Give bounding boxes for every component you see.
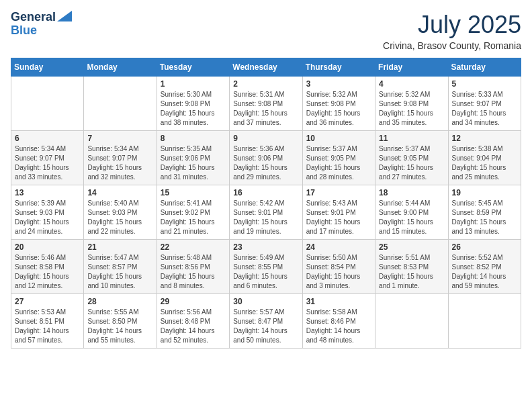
- day-number: 10: [306, 134, 371, 143]
- day-info: Sunrise: 5:55 AM Sunset: 8:50 PM Dayligh…: [87, 308, 152, 345]
- calendar-week-row: 13Sunrise: 5:39 AM Sunset: 9:03 PM Dayli…: [11, 185, 521, 240]
- day-number: 22: [161, 242, 226, 252]
- day-info: Sunrise: 5:37 AM Sunset: 9:05 PM Dayligh…: [379, 144, 444, 182]
- calendar-cell: 1Sunrise: 5:30 AM Sunset: 9:08 PM Daylig…: [157, 77, 229, 131]
- day-number: 15: [161, 188, 226, 197]
- calendar-cell: [375, 294, 448, 349]
- day-number: 4: [379, 79, 444, 89]
- calendar-cell: 7Sunrise: 5:34 AM Sunset: 9:07 PM Daylig…: [84, 131, 157, 185]
- calendar-cell: 10Sunrise: 5:37 AM Sunset: 9:05 PM Dayli…: [302, 131, 375, 185]
- day-info: Sunrise: 5:53 AM Sunset: 8:51 PM Dayligh…: [15, 308, 80, 345]
- calendar-cell: 9Sunrise: 5:36 AM Sunset: 9:06 PM Daylig…: [230, 131, 302, 185]
- day-number: 24: [306, 242, 371, 252]
- day-number: 21: [87, 242, 152, 252]
- day-info: Sunrise: 5:50 AM Sunset: 8:54 PM Dayligh…: [306, 253, 371, 291]
- day-number: 30: [233, 297, 298, 306]
- calendar-cell: 23Sunrise: 5:49 AM Sunset: 8:55 PM Dayli…: [230, 240, 302, 294]
- svg-marker-0: [57, 11, 72, 21]
- day-info: Sunrise: 5:40 AM Sunset: 9:03 PM Dayligh…: [87, 199, 152, 236]
- day-info: Sunrise: 5:45 AM Sunset: 8:59 PM Dayligh…: [452, 199, 517, 236]
- calendar-cell: 22Sunrise: 5:48 AM Sunset: 8:56 PM Dayli…: [157, 240, 229, 294]
- calendar-cell: 29Sunrise: 5:56 AM Sunset: 8:48 PM Dayli…: [157, 294, 229, 349]
- logo-general: General: [11, 11, 56, 24]
- day-info: Sunrise: 5:36 AM Sunset: 9:06 PM Dayligh…: [233, 144, 298, 182]
- calendar-cell: 30Sunrise: 5:57 AM Sunset: 8:47 PM Dayli…: [230, 294, 302, 349]
- day-number: 16: [233, 188, 298, 197]
- day-info: Sunrise: 5:39 AM Sunset: 9:03 PM Dayligh…: [15, 199, 80, 236]
- calendar-week-row: 27Sunrise: 5:53 AM Sunset: 8:51 PM Dayli…: [11, 294, 521, 349]
- day-number: 12: [452, 134, 517, 143]
- day-number: 7: [87, 134, 152, 143]
- day-info: Sunrise: 5:32 AM Sunset: 9:08 PM Dayligh…: [379, 90, 444, 128]
- calendar-cell: 15Sunrise: 5:41 AM Sunset: 9:02 PM Dayli…: [157, 185, 229, 240]
- calendar-cell: 20Sunrise: 5:46 AM Sunset: 8:58 PM Dayli…: [11, 240, 84, 294]
- weekday-header-row: SundayMondayTuesdayWednesdayThursdayFrid…: [11, 58, 521, 77]
- day-info: Sunrise: 5:38 AM Sunset: 9:04 PM Dayligh…: [452, 144, 517, 182]
- day-number: 25: [379, 242, 444, 252]
- calendar-cell: 4Sunrise: 5:32 AM Sunset: 9:08 PM Daylig…: [375, 77, 448, 131]
- calendar-cell: 8Sunrise: 5:35 AM Sunset: 9:06 PM Daylig…: [157, 131, 229, 185]
- day-info: Sunrise: 5:49 AM Sunset: 8:55 PM Dayligh…: [233, 253, 298, 291]
- day-number: 8: [161, 134, 226, 143]
- day-info: Sunrise: 5:31 AM Sunset: 9:08 PM Dayligh…: [233, 90, 298, 128]
- calendar-cell: 24Sunrise: 5:50 AM Sunset: 8:54 PM Dayli…: [302, 240, 375, 294]
- calendar-week-row: 20Sunrise: 5:46 AM Sunset: 8:58 PM Dayli…: [11, 240, 521, 294]
- day-info: Sunrise: 5:43 AM Sunset: 9:01 PM Dayligh…: [306, 199, 371, 236]
- day-number: 29: [161, 297, 226, 306]
- page-header: General Blue July 2025 Crivina, Brasov C…: [11, 11, 521, 51]
- calendar-cell: 28Sunrise: 5:55 AM Sunset: 8:50 PM Dayli…: [84, 294, 157, 349]
- calendar-cell: 19Sunrise: 5:45 AM Sunset: 8:59 PM Dayli…: [448, 185, 521, 240]
- weekday-header-thursday: Thursday: [302, 58, 375, 77]
- title-section: July 2025 Crivina, Brasov County, Romani…: [383, 11, 521, 51]
- day-number: 2: [233, 79, 298, 89]
- calendar-cell: 14Sunrise: 5:40 AM Sunset: 9:03 PM Dayli…: [84, 185, 157, 240]
- weekday-header-tuesday: Tuesday: [157, 58, 229, 77]
- day-number: 9: [233, 134, 298, 143]
- day-info: Sunrise: 5:41 AM Sunset: 9:02 PM Dayligh…: [161, 199, 226, 236]
- calendar-cell: [11, 77, 84, 131]
- logo: General Blue: [11, 11, 72, 38]
- weekday-header-friday: Friday: [375, 58, 448, 77]
- day-info: Sunrise: 5:48 AM Sunset: 8:56 PM Dayligh…: [161, 253, 226, 291]
- logo-icon: [57, 11, 72, 21]
- calendar-cell: 27Sunrise: 5:53 AM Sunset: 8:51 PM Dayli…: [11, 294, 84, 349]
- day-info: Sunrise: 5:34 AM Sunset: 9:07 PM Dayligh…: [87, 144, 152, 182]
- calendar-cell: [448, 294, 521, 349]
- day-number: 26: [452, 242, 517, 252]
- calendar-cell: 3Sunrise: 5:32 AM Sunset: 9:08 PM Daylig…: [302, 77, 375, 131]
- day-info: Sunrise: 5:46 AM Sunset: 8:58 PM Dayligh…: [15, 253, 80, 291]
- day-number: 6: [15, 134, 80, 143]
- calendar-cell: 6Sunrise: 5:34 AM Sunset: 9:07 PM Daylig…: [11, 131, 84, 185]
- day-number: 11: [379, 134, 444, 143]
- month-year-title: July 2025: [383, 11, 521, 39]
- day-info: Sunrise: 5:34 AM Sunset: 9:07 PM Dayligh…: [15, 144, 80, 182]
- day-number: 17: [306, 188, 371, 197]
- calendar-cell: 2Sunrise: 5:31 AM Sunset: 9:08 PM Daylig…: [230, 77, 302, 131]
- day-number: 3: [306, 79, 371, 89]
- day-info: Sunrise: 5:51 AM Sunset: 8:53 PM Dayligh…: [379, 253, 444, 291]
- calendar-cell: 18Sunrise: 5:44 AM Sunset: 9:00 PM Dayli…: [375, 185, 448, 240]
- calendar-cell: 5Sunrise: 5:33 AM Sunset: 9:07 PM Daylig…: [448, 77, 521, 131]
- calendar-table: SundayMondayTuesdayWednesdayThursdayFrid…: [11, 58, 521, 349]
- day-number: 23: [233, 242, 298, 252]
- day-info: Sunrise: 5:33 AM Sunset: 9:07 PM Dayligh…: [452, 90, 517, 128]
- calendar-week-row: 1Sunrise: 5:30 AM Sunset: 9:08 PM Daylig…: [11, 77, 521, 131]
- location-title: Crivina, Brasov County, Romania: [383, 40, 521, 51]
- day-number: 18: [379, 188, 444, 197]
- calendar-cell: 26Sunrise: 5:52 AM Sunset: 8:52 PM Dayli…: [448, 240, 521, 294]
- day-info: Sunrise: 5:35 AM Sunset: 9:06 PM Dayligh…: [161, 144, 226, 182]
- day-number: 31: [306, 297, 371, 306]
- calendar-cell: [84, 77, 157, 131]
- day-number: 1: [161, 79, 226, 89]
- calendar-cell: 13Sunrise: 5:39 AM Sunset: 9:03 PM Dayli…: [11, 185, 84, 240]
- calendar-cell: 16Sunrise: 5:42 AM Sunset: 9:01 PM Dayli…: [230, 185, 302, 240]
- calendar-cell: 31Sunrise: 5:58 AM Sunset: 8:46 PM Dayli…: [302, 294, 375, 349]
- calendar-cell: 17Sunrise: 5:43 AM Sunset: 9:01 PM Dayli…: [302, 185, 375, 240]
- day-number: 13: [15, 188, 80, 197]
- day-info: Sunrise: 5:56 AM Sunset: 8:48 PM Dayligh…: [161, 308, 226, 345]
- day-number: 20: [15, 242, 80, 252]
- day-info: Sunrise: 5:44 AM Sunset: 9:00 PM Dayligh…: [379, 199, 444, 236]
- day-info: Sunrise: 5:52 AM Sunset: 8:52 PM Dayligh…: [452, 253, 517, 291]
- day-info: Sunrise: 5:30 AM Sunset: 9:08 PM Dayligh…: [161, 90, 226, 128]
- calendar-cell: 12Sunrise: 5:38 AM Sunset: 9:04 PM Dayli…: [448, 131, 521, 185]
